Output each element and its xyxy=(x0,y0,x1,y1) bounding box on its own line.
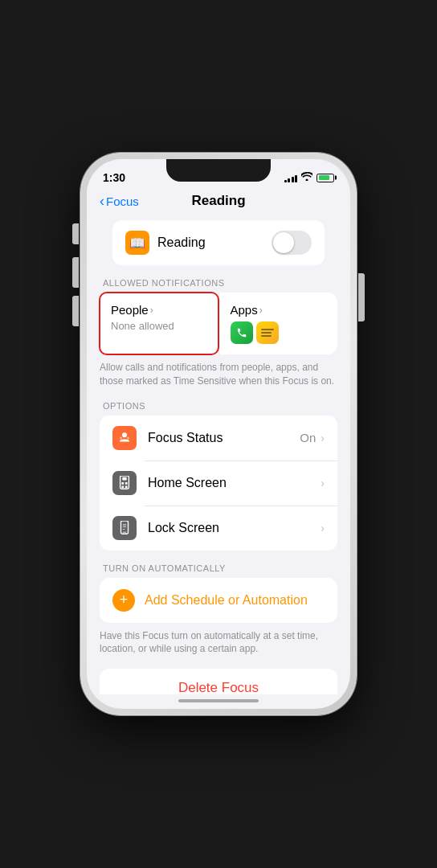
home-indicator[interactable] xyxy=(178,699,259,702)
battery-fill xyxy=(319,175,330,180)
svg-point-0 xyxy=(122,432,127,437)
svg-rect-13 xyxy=(123,531,127,533)
reading-label: Reading xyxy=(157,235,206,250)
svg-rect-4 xyxy=(122,477,126,480)
delete-focus-row[interactable]: Delete Focus xyxy=(100,669,337,694)
auto-description: Have this Focus turn on automatically at… xyxy=(100,629,337,657)
people-chevron-icon: › xyxy=(150,305,153,316)
focus-status-label: Focus Status xyxy=(148,431,300,445)
svg-rect-5 xyxy=(121,482,124,485)
delete-focus-card: Delete Focus xyxy=(100,669,337,694)
lock-screen-label: Lock Screen xyxy=(148,521,321,535)
home-screen-label: Home Screen xyxy=(148,476,321,490)
apps-title: Apps › xyxy=(231,303,327,317)
status-icons xyxy=(284,172,335,183)
apps-icons-row xyxy=(231,321,327,344)
phone-app-icon xyxy=(231,321,253,344)
status-time: 1:30 xyxy=(103,171,125,184)
focus-status-row[interactable]: Focus Status On › xyxy=(100,416,337,461)
people-sub-label: None allowed xyxy=(111,320,207,332)
page-title: Reading xyxy=(191,193,245,209)
phone-device: 1:30 ‹ xyxy=(80,153,357,715)
svg-rect-7 xyxy=(121,485,124,488)
apps-cell[interactable]: Apps › xyxy=(219,293,338,354)
add-schedule-card: + Add Schedule or Automation xyxy=(100,578,337,623)
apps-chevron-icon: › xyxy=(259,305,263,316)
back-button[interactable]: ‹ Focus xyxy=(100,193,139,210)
options-card: Focus Status On › xyxy=(100,416,337,551)
notes-line-2 xyxy=(261,332,272,334)
battery-icon xyxy=(317,174,334,182)
focus-status-chevron-icon: › xyxy=(321,432,325,444)
reading-book-icon: 📖 xyxy=(125,231,149,255)
svg-rect-10 xyxy=(123,524,127,525)
notes-line-1 xyxy=(261,329,274,330)
lock-screen-icon xyxy=(112,516,137,540)
add-schedule-plus-icon: + xyxy=(112,589,135,612)
focus-status-value: On xyxy=(300,431,316,444)
reading-toggle-card: 📖 Reading xyxy=(112,220,325,265)
silent-switch[interactable] xyxy=(72,223,79,244)
svg-rect-6 xyxy=(125,482,128,485)
back-arrow-icon: ‹ xyxy=(100,193,104,210)
add-schedule-row[interactable]: + Add Schedule or Automation xyxy=(100,578,337,623)
svg-rect-11 xyxy=(123,526,127,527)
notes-app-icon xyxy=(256,321,279,344)
allowed-notifications-label: ALLOWED NOTIFICATIONS xyxy=(87,265,350,293)
people-cell[interactable]: People › None allowed xyxy=(100,293,219,354)
volume-up-button[interactable] xyxy=(72,257,79,288)
navigation-bar: ‹ Focus Reading xyxy=(87,191,350,215)
notes-line-3 xyxy=(261,335,272,337)
options-section-label: OPTIONS xyxy=(87,388,350,416)
home-screen-icon xyxy=(112,471,137,495)
toggle-knob xyxy=(273,232,294,253)
reading-toggle-left: 📖 Reading xyxy=(125,231,206,255)
delete-focus-label: Delete Focus xyxy=(178,680,259,694)
back-label: Focus xyxy=(106,194,139,208)
reading-toggle-section: 📖 Reading xyxy=(100,220,337,265)
svg-rect-12 xyxy=(123,528,125,529)
notes-lines xyxy=(259,326,276,340)
home-screen-chevron-icon: › xyxy=(321,477,325,489)
volume-down-button[interactable] xyxy=(72,296,79,326)
home-screen-row[interactable]: Home Screen › xyxy=(100,461,337,506)
svg-point-2 xyxy=(120,436,122,439)
people-label: People xyxy=(111,303,149,317)
allowed-notifications-card: People › None allowed Apps › xyxy=(100,293,337,354)
lock-screen-row[interactable]: Lock Screen › xyxy=(100,506,337,551)
lock-screen-chevron-icon: › xyxy=(321,522,325,534)
scroll-content: 📖 Reading ALLOWED NOTIFICATIONS xyxy=(87,215,350,694)
turn-on-automatically-label: TURN ON AUTOMATICALLY xyxy=(87,551,350,578)
people-title: People › xyxy=(111,303,207,317)
svg-point-1 xyxy=(127,436,129,439)
power-button[interactable] xyxy=(358,273,365,321)
wifi-icon xyxy=(301,172,312,183)
apps-label: Apps xyxy=(231,303,258,317)
reading-toggle-switch[interactable] xyxy=(272,231,312,255)
focus-status-icon xyxy=(112,426,137,450)
notifications-row: People › None allowed Apps › xyxy=(100,293,337,354)
allowed-description: Allow calls and notifications from peopl… xyxy=(100,361,337,388)
add-schedule-label: Add Schedule or Automation xyxy=(145,593,308,608)
reading-toggle-row: 📖 Reading xyxy=(112,220,325,265)
svg-rect-8 xyxy=(125,485,128,488)
notch xyxy=(166,159,271,182)
phone-screen: 1:30 ‹ xyxy=(87,159,350,709)
signal-icon xyxy=(284,173,298,182)
